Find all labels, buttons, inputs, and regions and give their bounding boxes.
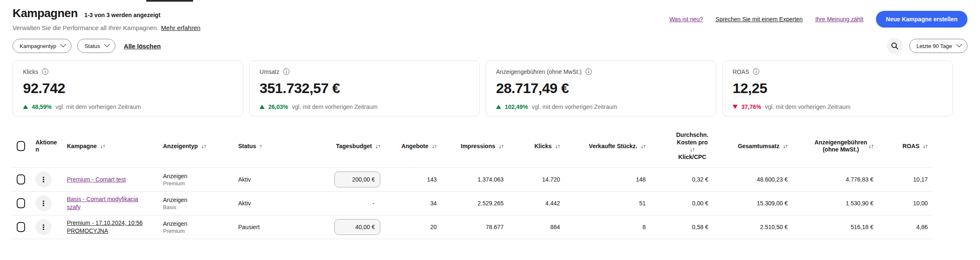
filter-bar: Kampagnentyp Status Alle löschen Letzte … — [0, 31, 980, 54]
sort-icon[interactable]: ↓↑ — [676, 146, 708, 154]
trend-compare-text: vgl. mit dem vorherigen Zeitraum — [292, 103, 377, 110]
sort-icon[interactable]: ↓↑ — [100, 143, 105, 149]
page-title: Kampagnen — [13, 7, 78, 20]
column-header-gesamtumsatz[interactable]: Gesamtumsatz ↓↑ — [738, 143, 788, 149]
roas-value: 10,17 — [913, 176, 928, 183]
column-header-impressions[interactable]: Impressions ↓↑ — [461, 143, 504, 149]
topbar-left: Kampagnen 1-3 von 3 werden angezeigt Ver… — [13, 7, 201, 31]
sort-icon[interactable]: ↓↑ — [641, 143, 646, 149]
column-header-roas[interactable]: ROAS ↓↑ — [903, 143, 928, 149]
kebab-icon: ⋮ — [40, 199, 47, 208]
table-row: ⋮ Basis - Comart modyfikacja szafy Anzei… — [13, 192, 932, 215]
trend-down-icon — [733, 105, 738, 109]
ad-type-sub: Basis — [163, 204, 230, 210]
status-filter[interactable]: Status — [77, 39, 115, 53]
sort-icon[interactable]: ↓↑ — [555, 143, 560, 149]
select-all-checkbox[interactable] — [17, 141, 25, 151]
verkaufte-value: 8 — [642, 224, 646, 230]
topbar: Kampagnen 1-3 von 3 werden angezeigt Ver… — [0, 0, 980, 31]
ad-type: Anzeigen — [163, 197, 230, 203]
trend-percent: 26,03% — [268, 103, 288, 110]
feedback-link[interactable]: Ihre Meinung zählt — [815, 16, 863, 23]
results-count: 1-3 von 3 werden angezeigt — [84, 12, 160, 18]
status-value: Aktiv — [238, 200, 251, 207]
column-header-aktionen: Aktionen — [36, 139, 59, 154]
impressions-value: 2.529.265 — [478, 200, 504, 207]
chevron-down-icon — [956, 41, 962, 47]
date-range-filter[interactable]: Letzte 90 Tage — [909, 39, 967, 53]
sort-icon[interactable]: ↓↑ — [923, 143, 928, 149]
sort-icon[interactable]: ↓↑ — [201, 143, 206, 149]
verkaufte-value: 51 — [639, 200, 646, 207]
topbar-right: Was ist neu? Sprechen Sie mit einem Expe… — [669, 11, 967, 28]
gebuehren-value: 4.776,83 € — [846, 176, 873, 183]
active-tab-indicator — [146, 0, 193, 2]
chevron-down-icon — [104, 41, 110, 47]
info-icon[interactable]: ⓘ — [283, 68, 290, 75]
campaign-type-filter[interactable]: Kampagnentyp — [13, 39, 71, 53]
row-checkbox[interactable] — [17, 174, 25, 184]
sort-asc-icon[interactable]: ↑ — [260, 143, 262, 149]
kpi-label: ROAS — [733, 68, 749, 75]
column-header-klicks[interactable]: Klicks ↓↑ — [535, 143, 560, 149]
cpc-value: 0,00 € — [692, 200, 708, 207]
daily-budget-empty: - — [372, 200, 380, 207]
info-icon[interactable]: ⓘ — [585, 68, 592, 75]
column-header-anzeigentyp[interactable]: Anzeigentyp ↓↑ — [163, 143, 206, 149]
angebote-value: 143 — [427, 176, 437, 183]
column-header-tagesbudget[interactable]: Tagesbudget ↓↑ — [336, 143, 380, 149]
row-checkbox[interactable] — [17, 198, 25, 208]
kpi-card-klicks: Klicks ⓘ 92.742 48,59% vgl. mit dem vorh… — [13, 61, 243, 116]
impressions-value: 78.677 — [486, 224, 504, 230]
cpc-value: 0,32 € — [692, 176, 708, 183]
info-icon[interactable]: ⓘ — [42, 68, 49, 75]
campaign-link[interactable]: Basis - Comart modyfikacja szafy — [67, 195, 153, 211]
campaign-link[interactable]: Premium - 17.10.2024, 10:56 PROMOCYJNA — [67, 219, 153, 235]
daily-budget-input[interactable] — [334, 219, 380, 235]
info-icon[interactable]: ⓘ — [753, 68, 760, 75]
campaign-link[interactable]: Premium - Comart test — [67, 176, 126, 184]
clear-all-filters-link[interactable]: Alle löschen — [124, 43, 160, 50]
column-header-angebote[interactable]: Angebote ↓↑ — [401, 143, 437, 149]
sort-icon[interactable]: ↓↑ — [783, 143, 788, 149]
cpc-value: 0,58 € — [692, 224, 708, 230]
trend-percent: 48,59% — [32, 103, 51, 110]
page-subtitle: Verwalten Sie die Performance all Ihrer … — [13, 24, 158, 31]
column-header-kampagne[interactable]: Kampagne ↓↑ — [67, 143, 105, 149]
trend-up-icon — [496, 105, 501, 109]
trend-up-icon — [23, 105, 28, 109]
campaigns-table: Aktionen Kampagne ↓↑ Anzeigentyp ↓↑ Stat… — [0, 116, 980, 239]
gebuehren-value: 516,18 € — [851, 224, 874, 230]
column-header-status[interactable]: Status ↑ — [238, 143, 262, 149]
sort-icon[interactable]: ↓↑ — [375, 143, 380, 149]
sort-icon[interactable]: ↓↑ — [868, 143, 873, 149]
whats-new-link[interactable]: Was ist neu? — [669, 16, 703, 23]
chevron-down-icon — [61, 41, 66, 47]
row-actions-menu-button[interactable]: ⋮ — [36, 172, 51, 187]
kpi-card-umsatz: Umsatz ⓘ 351.732,57 € 26,03% vgl. mit de… — [249, 61, 480, 116]
status-value: Pausiert — [238, 224, 260, 230]
column-header-verkaufte-stueckz[interactable]: Verkaufte Stückz. ↓↑ — [589, 143, 646, 149]
daily-budget-input[interactable] — [334, 172, 380, 187]
ad-type: Anzeigen — [163, 173, 230, 179]
row-checkbox[interactable] — [17, 222, 25, 232]
learn-more-link[interactable]: Mehr erfahren — [161, 24, 200, 31]
column-header-anzeigengebuehren[interactable]: Anzeigengebühren(ohne MwSt.) ↓↑ — [815, 139, 873, 154]
trend-percent: 102,49% — [505, 103, 528, 110]
kpi-value: 12,25 — [733, 80, 942, 96]
kpi-label: Anzeigengebühren (ohne MwSt.) — [496, 68, 582, 75]
row-actions-menu-button[interactable]: ⋮ — [36, 195, 51, 211]
search-icon — [891, 42, 899, 50]
row-actions-menu-button[interactable]: ⋮ — [36, 219, 51, 235]
table-row: ⋮ Premium - Comart test Anzeigen Premium… — [13, 168, 932, 192]
verkaufte-value: 148 — [636, 176, 646, 183]
talk-to-expert-link[interactable]: Sprechen Sie mit einem Experten — [715, 16, 803, 23]
kpi-value: 351.732,57 € — [260, 80, 469, 96]
column-header-cpc[interactable]: Durchschn. Kosten pro↓↑ Klick/CPC — [676, 131, 708, 161]
sort-icon[interactable]: ↓↑ — [432, 143, 437, 149]
ad-type-sub: Premium — [163, 180, 230, 187]
sort-icon[interactable]: ↓↑ — [499, 143, 504, 149]
search-button[interactable] — [887, 38, 903, 54]
trend-compare-text: vgl. mit dem vorherigen Zeitraum — [765, 103, 850, 110]
create-campaign-button[interactable]: Neue Kampagne erstellen — [876, 11, 967, 28]
